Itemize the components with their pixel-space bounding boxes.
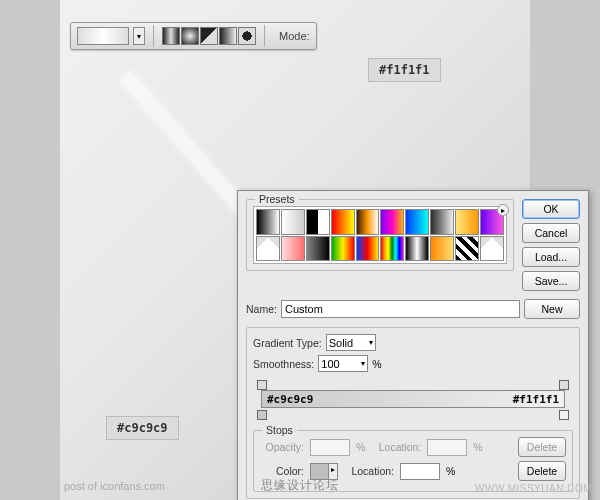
gradient-picker[interactable] xyxy=(77,27,129,45)
preset-swatch[interactable] xyxy=(331,236,355,262)
gradient-editor-dialog: Presets ▸ OK Cancel Load... Save... Name… xyxy=(237,190,589,500)
right-stop-hex: #f1f1f1 xyxy=(513,393,559,406)
preset-swatch[interactable] xyxy=(455,236,479,262)
preset-swatch[interactable] xyxy=(430,236,454,262)
preset-swatch[interactable] xyxy=(256,209,280,235)
name-input[interactable] xyxy=(281,300,520,318)
color-label: Color: xyxy=(260,465,304,477)
opacity-delete-button: Delete xyxy=(518,437,566,457)
preset-swatch[interactable] xyxy=(356,236,380,262)
mode-label: Mode: xyxy=(279,30,310,42)
smoothness-input[interactable]: 100 xyxy=(318,355,368,372)
presets-grid xyxy=(253,206,507,264)
left-stop-hex: #c9c9c9 xyxy=(267,393,313,406)
color-location-label: Location: xyxy=(350,465,394,477)
opacity-location-label: Location: xyxy=(377,441,421,453)
preset-swatch[interactable] xyxy=(306,236,330,262)
presets-title: Presets xyxy=(255,193,299,205)
angle-gradient-button[interactable] xyxy=(200,27,218,45)
presets-group: Presets ▸ xyxy=(246,199,514,271)
color-tag-top: #f1f1f1 xyxy=(368,58,441,82)
linear-gradient-button[interactable] xyxy=(162,27,180,45)
gradient-type-select[interactable]: Solid xyxy=(326,334,376,351)
color-stop-left[interactable] xyxy=(257,410,267,420)
gradient-type-label: Gradient Type: xyxy=(253,337,322,349)
load-button[interactable]: Load... xyxy=(522,247,580,267)
preset-swatch[interactable] xyxy=(380,209,404,235)
color-tag-bottom: #c9c9c9 xyxy=(106,416,179,440)
presets-menu-icon[interactable]: ▸ xyxy=(497,204,509,216)
separator xyxy=(153,25,154,47)
separator xyxy=(264,25,265,47)
radial-gradient-button[interactable] xyxy=(181,27,199,45)
url-watermark: WWW.MISSYUAN.COM xyxy=(475,483,592,494)
opacity-location-input xyxy=(427,439,467,456)
preset-swatch[interactable] xyxy=(480,236,504,262)
opacity-label: Opacity: xyxy=(260,441,304,453)
gradient-type-buttons xyxy=(162,27,256,45)
preset-swatch[interactable] xyxy=(380,236,404,262)
preset-swatch[interactable] xyxy=(331,209,355,235)
opacity-stop-left[interactable] xyxy=(257,380,267,390)
preset-swatch[interactable] xyxy=(256,236,280,262)
diamond-gradient-button[interactable] xyxy=(238,27,256,45)
preset-swatch[interactable] xyxy=(356,209,380,235)
gradient-picker-dropdown[interactable]: ▾ xyxy=(133,27,145,45)
preset-swatch[interactable] xyxy=(281,236,305,262)
reflected-gradient-button[interactable] xyxy=(219,27,237,45)
preset-swatch[interactable] xyxy=(405,236,429,262)
save-button[interactable]: Save... xyxy=(522,271,580,291)
preset-swatch[interactable] xyxy=(281,209,305,235)
gradient-toolbar: ▾ Mode: xyxy=(70,22,317,50)
new-button[interactable]: New xyxy=(524,299,580,319)
ok-button[interactable]: OK xyxy=(522,199,580,219)
percent-label: % xyxy=(372,358,381,370)
opacity-stop-right[interactable] xyxy=(559,380,569,390)
preset-swatch[interactable] xyxy=(306,209,330,235)
gradient-definition-group: Gradient Type: Solid Smoothness: 100 % #… xyxy=(246,327,580,499)
preset-swatch[interactable] xyxy=(430,209,454,235)
cancel-button[interactable]: Cancel xyxy=(522,223,580,243)
stops-title: Stops xyxy=(262,424,297,436)
preset-swatch[interactable] xyxy=(455,209,479,235)
smoothness-label: Smoothness: xyxy=(253,358,314,370)
preset-swatch[interactable] xyxy=(405,209,429,235)
opacity-input xyxy=(310,439,350,456)
name-label: Name: xyxy=(246,303,277,315)
gradient-bar[interactable]: #c9c9c9 #f1f1f1 xyxy=(253,380,573,420)
color-stop-right[interactable] xyxy=(559,410,569,420)
